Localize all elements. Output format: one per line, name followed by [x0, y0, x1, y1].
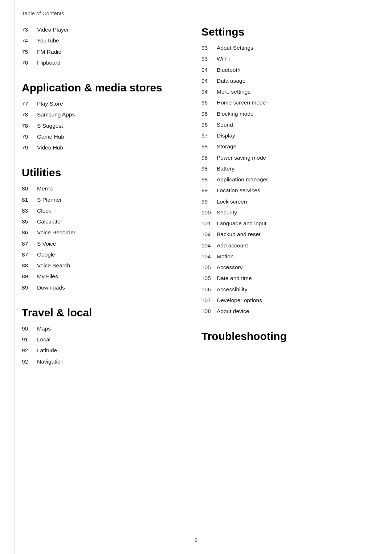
- toc-num: 97: [201, 131, 217, 140]
- toc-item: 104 Add account: [201, 241, 374, 250]
- toc-num: 98: [201, 175, 217, 184]
- toc-num: 85: [22, 217, 37, 226]
- toc-label: Memo: [37, 184, 53, 193]
- toc-num: 104: [201, 230, 217, 238]
- toc-item: 83 Clock: [22, 206, 187, 215]
- header-label: Table of Contents: [22, 10, 64, 16]
- toc-label: Power saving mode: [217, 153, 266, 162]
- toc-label: Display: [217, 131, 235, 140]
- toc-num: 98: [201, 153, 217, 162]
- section-title-troubleshooting: Troubleshooting: [201, 330, 374, 343]
- toc-item: 77 Play Store: [22, 99, 187, 108]
- toc-item: 105 Date and time: [201, 274, 374, 282]
- toc-label: Battery: [217, 164, 234, 173]
- toc-num: 101: [201, 219, 217, 227]
- toc-label: S Suggest: [37, 122, 63, 130]
- toc-num: 81: [22, 196, 37, 204]
- toc-label: Maps: [37, 324, 51, 333]
- toc-num: 98: [201, 164, 217, 173]
- toc-num: 104: [201, 252, 217, 260]
- toc-item: 93 Wi-Fi: [201, 54, 374, 63]
- toc-label: Date and time: [217, 274, 252, 282]
- toc-label: Motion: [217, 252, 234, 260]
- toc-label: Play Store: [37, 99, 63, 108]
- toc-item: 91 Local: [22, 335, 187, 344]
- toc-label: Local: [37, 335, 50, 344]
- toc-item: 85 Calculator: [22, 217, 187, 226]
- toc-label: Wi-Fi: [217, 54, 230, 63]
- toc-item: 87 Google: [22, 250, 187, 259]
- toc-num: 80: [22, 184, 37, 193]
- toc-label: Accessory: [217, 263, 243, 271]
- toc-num: 96: [201, 98, 217, 107]
- toc-item: 96 Sound: [201, 120, 374, 129]
- toc-num: 96: [201, 120, 217, 129]
- right-column: Settings 93 About Settings 93 Wi-Fi 94 B…: [198, 25, 374, 380]
- toc-item: 89 Downloads: [22, 283, 187, 292]
- toc-num: 75: [22, 48, 37, 56]
- toc-num: 107: [201, 296, 217, 304]
- toc-label: Add account: [217, 241, 248, 250]
- toc-num: 88: [22, 261, 37, 270]
- section-utilities: Utilities 80 Memo 81 S Planner 83 Clock …: [22, 166, 187, 292]
- toc-item: 78 S Suggest: [22, 122, 187, 130]
- toc-label: About device: [217, 307, 249, 315]
- toc-item: 73 Video Player: [22, 25, 187, 34]
- toc-item: 98 Power saving mode: [201, 153, 374, 162]
- toc-label: Developer options: [217, 296, 262, 304]
- toc-item: 78 Samsung Apps: [22, 110, 187, 119]
- toc-num: 94: [201, 66, 217, 74]
- toc-label: Video Hub: [37, 143, 63, 152]
- toc-num: 100: [201, 208, 217, 217]
- left-column: 73 Video Player 74 YouTube 75 FM Radio 7…: [22, 25, 198, 380]
- toc-num: 104: [201, 241, 217, 250]
- toc-item: 79 Game Hub: [22, 132, 187, 141]
- toc-label: Flipboard: [37, 58, 61, 67]
- toc-num: 87: [22, 250, 37, 259]
- toc-item: 99 Lock screen: [201, 197, 374, 206]
- toc-item: 94 More settings: [201, 87, 374, 96]
- toc-label: Voice Search: [37, 261, 70, 270]
- section-title-utilities: Utilities: [22, 166, 187, 179]
- section-settings: Settings 93 About Settings 93 Wi-Fi 94 B…: [201, 25, 374, 315]
- section-video: 73 Video Player 74 YouTube 75 FM Radio 7…: [22, 25, 187, 67]
- section-app-media: Application & media stores 77 Play Store…: [22, 81, 187, 152]
- toc-item: 99 Location services: [201, 186, 374, 194]
- section-travel-local: Travel & local 90 Maps 91 Local 92 Latit…: [22, 306, 187, 366]
- toc-label: Calculator: [37, 217, 62, 226]
- toc-label: Security: [217, 208, 237, 217]
- toc-item: 94 Data usage: [201, 77, 374, 85]
- toc-label: Language and input: [217, 219, 266, 227]
- toc-item: 90 Maps: [22, 324, 187, 333]
- toc-num: 86: [22, 228, 37, 237]
- toc-num: 93: [201, 44, 217, 52]
- toc-label: YouTube: [37, 36, 59, 45]
- toc-num: 94: [201, 87, 217, 96]
- toc-item: 97 Display: [201, 131, 374, 140]
- toc-label: Google: [37, 250, 55, 259]
- toc-num: 77: [22, 99, 37, 108]
- toc-num: 83: [22, 206, 37, 215]
- toc-item: 101 Language and input: [201, 219, 374, 227]
- toc-label: Application manager: [217, 175, 268, 184]
- toc-num: 92: [22, 357, 37, 366]
- section-title-travel-local: Travel & local: [22, 306, 187, 319]
- toc-item: 105 Accessory: [201, 263, 374, 271]
- toc-num: 108: [201, 307, 217, 315]
- section-title-app-media: Application & media stores: [22, 81, 187, 94]
- toc-num: 76: [22, 58, 37, 67]
- toc-item: 100 Security: [201, 208, 374, 217]
- toc-num: 96: [201, 110, 217, 118]
- toc-label: Downloads: [37, 283, 65, 292]
- toc-label: Location services: [217, 186, 260, 194]
- toc-label: Backup and reset: [217, 230, 261, 238]
- toc-item: 94 Bluetooth: [201, 66, 374, 74]
- toc-list-settings: 93 About Settings 93 Wi-Fi 94 Bluetooth …: [201, 44, 374, 315]
- toc-label: Bluetooth: [217, 66, 241, 74]
- toc-item: 81 S Planner: [22, 196, 187, 204]
- section-troubleshooting: Troubleshooting: [201, 330, 374, 343]
- toc-list-utilities: 80 Memo 81 S Planner 83 Clock 85 Calcula…: [22, 184, 187, 292]
- toc-item: 98 Battery: [201, 164, 374, 173]
- toc-num: 89: [22, 283, 37, 292]
- toc-num: 79: [22, 143, 37, 152]
